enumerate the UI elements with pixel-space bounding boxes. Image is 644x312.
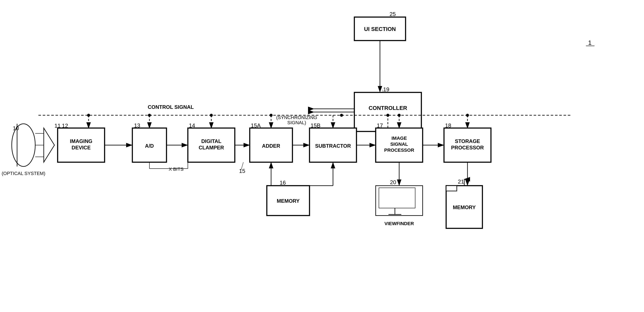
svg-text:X BITS: X BITS (169, 166, 184, 172)
svg-text:DEVICE: DEVICE (72, 145, 90, 150)
svg-text:SIGNAL): SIGNAL) (287, 120, 306, 125)
svg-text:CONTROLLER: CONTROLLER (369, 105, 407, 111)
svg-text:SUBTRACTOR: SUBTRACTOR (315, 143, 351, 149)
svg-text:1: 1 (588, 39, 592, 46)
svg-text:19: 19 (383, 86, 389, 92)
svg-text:17: 17 (377, 122, 383, 129)
svg-text:21: 21 (458, 178, 464, 185)
svg-rect-77 (444, 128, 491, 162)
svg-rect-67 (310, 128, 356, 162)
svg-text:PROCESSOR: PROCESSOR (451, 145, 484, 150)
svg-text:(OPTICAL SYSTEM): (OPTICAL SYSTEM) (2, 171, 46, 176)
svg-text:CLAMPER: CLAMPER (199, 145, 224, 150)
svg-text:ADDER: ADDER (262, 143, 280, 149)
svg-marker-39 (44, 128, 54, 162)
svg-text:CONTROL SIGNAL: CONTROL SIGNAL (148, 104, 194, 110)
svg-point-17 (87, 114, 90, 117)
svg-text:VIEWFINDER: VIEWFINDER (384, 221, 414, 226)
svg-point-24 (386, 114, 389, 117)
svg-text:15A: 15A (251, 122, 261, 129)
svg-rect-56 (188, 128, 235, 162)
svg-point-20 (270, 114, 272, 117)
svg-text:PROCESSOR: PROCESSOR (384, 148, 414, 153)
svg-text:13: 13 (134, 122, 140, 129)
svg-text:STORAGE: STORAGE (455, 138, 480, 144)
svg-rect-87 (376, 186, 423, 216)
svg-text:SIGNAL: SIGNAL (390, 142, 408, 147)
svg-point-22 (398, 114, 401, 117)
svg-rect-94 (446, 186, 482, 228)
svg-text:10: 10 (13, 125, 19, 132)
svg-point-34 (12, 124, 35, 166)
svg-text:11: 11 (54, 122, 60, 129)
svg-text:MEMORY: MEMORY (453, 204, 476, 210)
svg-point-23 (466, 114, 469, 117)
svg-text:(SYNCHRONIZING: (SYNCHRONIZING (276, 115, 317, 120)
svg-text:12: 12 (62, 122, 68, 129)
svg-text:MEMORY: MEMORY (277, 198, 300, 204)
svg-text:A/D: A/D (145, 143, 154, 149)
svg-point-19 (210, 114, 213, 117)
svg-rect-42 (58, 128, 104, 162)
svg-text:18: 18 (445, 122, 451, 129)
svg-rect-10 (354, 92, 421, 132)
svg-text:20: 20 (390, 179, 396, 186)
diagram-container: UI SECTION 25 19 CONTROLLER (SYNCHRONIZI… (0, 0, 644, 312)
svg-rect-3 (354, 17, 406, 40)
svg-rect-71 (376, 128, 423, 162)
svg-text:DIGITAL: DIGITAL (201, 138, 221, 144)
svg-rect-88 (379, 188, 415, 208)
svg-line-62 (241, 162, 243, 170)
svg-rect-63 (250, 128, 292, 162)
svg-text:IMAGING: IMAGING (70, 138, 92, 144)
svg-text:IMAGE: IMAGE (392, 136, 407, 141)
diagram-svg: UI SECTION 25 19 CONTROLLER (SYNCHRONIZI… (0, 0, 644, 312)
svg-text:UI SECTION: UI SECTION (364, 26, 396, 32)
svg-text:25: 25 (390, 11, 396, 17)
svg-point-18 (148, 114, 151, 117)
svg-text:14: 14 (189, 122, 195, 129)
svg-rect-81 (267, 186, 310, 216)
svg-marker-96 (446, 186, 457, 191)
svg-rect-48 (132, 128, 166, 162)
svg-text:16: 16 (280, 180, 286, 186)
svg-point-21 (340, 114, 343, 117)
svg-text:15B: 15B (310, 122, 320, 129)
svg-text:15: 15 (239, 168, 245, 174)
